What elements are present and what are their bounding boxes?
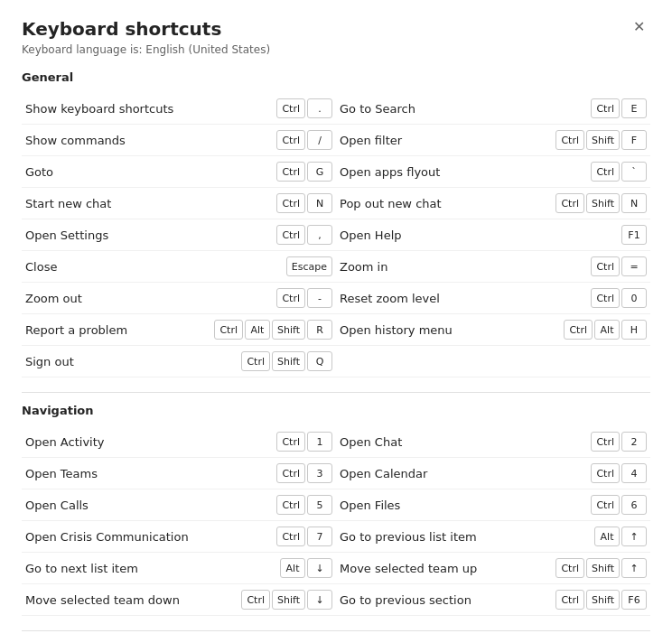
shortcut-keys: Escape [286,256,332,276]
shortcut-label: Move selected team down [25,593,241,607]
key-badge: Shift [586,590,620,610]
shortcut-row: Open filterCtrlShiftF [336,125,650,156]
key-badge: Alt [594,320,620,340]
shortcut-row: Reset zoom levelCtrl0 [336,283,650,314]
shortcut-label: Move selected team up [340,562,555,575]
key-badge: Ctrl [241,590,270,610]
key-badge: / [307,130,332,150]
key-badge: ↓ [307,590,332,610]
shortcut-row: Move selected team upCtrlShift↑ [336,553,650,584]
key-badge: Ctrl [591,463,620,483]
key-badge: - [307,288,332,308]
key-badge: R [307,320,332,340]
shortcut-row: Go to previous sectionCtrlShiftF6 [336,584,650,616]
key-badge: Ctrl [276,463,305,483]
shortcut-row: Open CalendarCtrl4 [336,458,650,489]
key-badge: G [307,162,332,182]
key-badge: 2 [621,432,647,452]
shortcut-row: Open apps flyoutCtrl` [336,156,650,188]
shortcut-keys: CtrlShiftF [555,130,647,150]
shortcut-label: Zoom out [25,292,276,305]
key-badge: Alt [280,558,305,578]
key-badge: 4 [621,463,647,483]
key-badge: Ctrl [591,162,620,182]
shortcut-label: Open Files [340,499,591,512]
shortcut-label: Goto [25,165,276,179]
shortcut-label: Open filter [340,134,555,147]
key-badge: H [621,320,647,340]
shortcut-label: Show commands [25,134,276,147]
shortcut-label: Open Calls [25,499,276,512]
shortcut-label: Open Chat [340,435,591,449]
key-badge: Alt [245,320,270,340]
shortcut-label: Sign out [25,355,241,368]
modal-title: Keyboard shortcuts [22,18,221,40]
shortcut-keys: Ctrl, [276,225,332,245]
key-badge: Ctrl [555,130,584,150]
key-badge: Shift [586,558,620,578]
key-badge: Shift [586,130,620,150]
key-badge: Ctrl [591,256,620,276]
sections-container: GeneralShow keyboard shortcutsCtrl.Go to… [22,70,650,631]
key-badge: ` [621,162,647,182]
close-button[interactable]: ✕ [628,18,650,36]
shortcut-row: Sign outCtrlShiftQ [22,346,336,377]
shortcut-keys: CtrlE [591,98,647,118]
key-badge: Ctrl [276,130,305,150]
key-badge: . [307,98,332,118]
shortcut-label: Open Calendar [340,467,591,480]
modal-header: Keyboard shortcuts ✕ [22,18,650,40]
shortcut-keys: Ctrl` [591,162,647,182]
modal-subtitle: Keyboard language is: English (United St… [22,43,650,56]
shortcut-keys: Alt↑ [594,527,647,546]
shortcut-keys: CtrlShiftN [555,193,647,213]
key-badge: Ctrl [276,527,305,546]
shortcut-row: Show commandsCtrl/ [22,125,336,156]
shortcut-row: Go to SearchCtrlE [336,93,650,125]
shortcut-keys: Ctrl4 [591,463,647,483]
shortcut-row: Open Crisis CommunicationCtrl7 [22,521,336,553]
key-badge: F [621,130,647,150]
shortcut-keys: CtrlG [276,162,332,182]
key-badge: Ctrl [555,590,584,610]
shortcut-row: CloseEscape [22,251,336,283]
key-badge: 5 [307,495,332,515]
key-badge: Shift [272,351,305,371]
key-badge: Q [307,351,332,371]
shortcut-row: Open HelpF1 [336,219,650,251]
shortcut-row: Zoom outCtrl- [22,283,336,314]
key-badge: Escape [286,256,332,276]
shortcut-row: Pop out new chatCtrlShiftN [336,188,650,219]
shortcut-keys: F1 [621,225,647,245]
key-badge: Ctrl [276,193,305,213]
key-badge: 1 [307,432,332,452]
key-badge: Shift [586,193,620,213]
keyboard-shortcuts-modal: Keyboard shortcuts ✕ Keyboard language i… [0,0,672,643]
shortcut-label: Open Crisis Communication [25,530,276,544]
key-badge: 7 [307,527,332,546]
key-badge: Ctrl [591,495,620,515]
key-badge: , [307,225,332,245]
shortcut-keys: CtrlN [276,193,332,213]
key-badge: ↑ [621,527,647,546]
shortcut-row: Show keyboard shortcutsCtrl. [22,93,336,125]
shortcut-label: Go to previous list item [340,530,594,544]
shortcut-keys: Alt↓ [280,558,332,578]
shortcut-keys: Ctrl3 [276,463,332,483]
key-badge: 0 [621,288,647,308]
key-badge: = [621,256,647,276]
key-badge: Ctrl [555,558,584,578]
shortcut-label: Open apps flyout [340,165,591,179]
shortcut-row: Open ActivityCtrl1 [22,426,336,458]
key-badge: ↑ [621,558,647,578]
shortcut-label: Show keyboard shortcuts [25,102,276,116]
shortcut-keys: Ctrl2 [591,432,647,452]
shortcut-keys: CtrlAltH [564,320,647,340]
shortcut-keys: Ctrl5 [276,495,332,515]
shortcut-row: Go to previous list itemAlt↑ [336,521,650,553]
shortcut-row [336,346,650,377]
shortcut-label: Go to previous section [340,593,555,607]
shortcut-keys: CtrlShiftQ [241,351,332,371]
key-badge: Ctrl [276,495,305,515]
key-badge: Ctrl [591,98,620,118]
